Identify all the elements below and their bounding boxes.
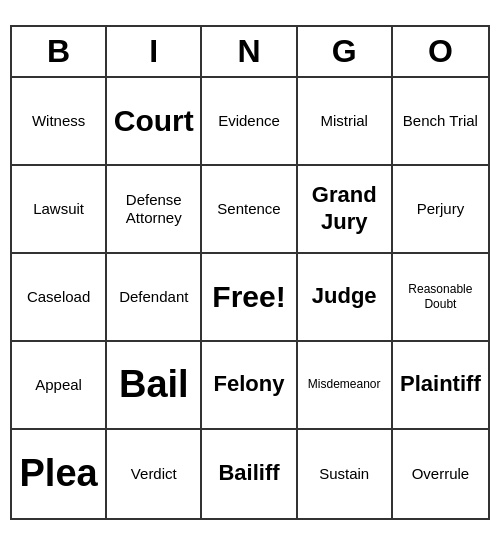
cell-10: Caseload [12,254,107,342]
cell-24: Overrule [393,430,488,518]
cell-21: Verdict [107,430,202,518]
cell-16: Bail [107,342,202,430]
header-letter-G: G [298,27,393,76]
cell-5: Lawsuit [12,166,107,254]
cell-11: Defendant [107,254,202,342]
cell-13: Judge [298,254,393,342]
cell-2: Evidence [202,78,297,166]
bingo-header: BINGO [12,27,488,78]
cell-17: Felony [202,342,297,430]
bingo-card: BINGO WitnessCourtEvidenceMistrialBench … [10,25,490,520]
cell-3: Mistrial [298,78,393,166]
cell-9: Perjury [393,166,488,254]
cell-7: Sentence [202,166,297,254]
cell-22: Bailiff [202,430,297,518]
cell-1: Court [107,78,202,166]
header-letter-N: N [202,27,297,76]
cell-19: Plaintiff [393,342,488,430]
cell-4: Bench Trial [393,78,488,166]
cell-6: Defense Attorney [107,166,202,254]
header-letter-O: O [393,27,488,76]
cell-15: Appeal [12,342,107,430]
cell-14: Reasonable Doubt [393,254,488,342]
cell-0: Witness [12,78,107,166]
cell-18: Misdemeanor [298,342,393,430]
bingo-grid: WitnessCourtEvidenceMistrialBench TrialL… [12,78,488,518]
cell-23: Sustain [298,430,393,518]
header-letter-B: B [12,27,107,76]
header-letter-I: I [107,27,202,76]
cell-8: Grand Jury [298,166,393,254]
cell-20: Plea [12,430,107,518]
cell-12: Free! [202,254,297,342]
